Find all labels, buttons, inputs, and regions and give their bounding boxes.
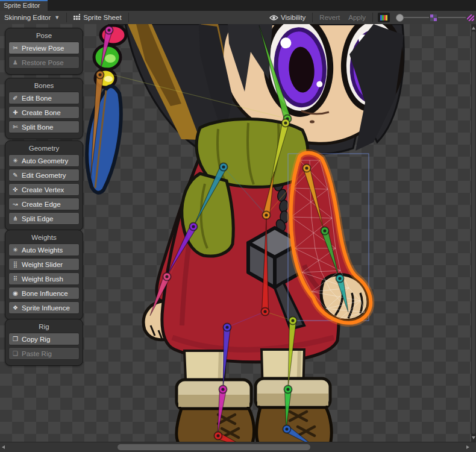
tool-group-bones: Bones✐Edit Bone✚Create Bone✄Split Bone bbox=[5, 78, 83, 139]
create-edge-button[interactable]: ↝Create Edge bbox=[8, 198, 80, 210]
tool-button-label: Preview Pose bbox=[22, 45, 64, 52]
tool-button-label: Paste Rig bbox=[22, 350, 52, 357]
preview-pose-icon: ✂ bbox=[11, 45, 19, 51]
tool-group-title: Weights bbox=[5, 234, 83, 241]
character-sprite bbox=[87, 24, 406, 442]
vertical-scrollbar[interactable] bbox=[471, 24, 476, 442]
split-bone-icon: ✄ bbox=[11, 124, 19, 130]
tool-group-title: Pose bbox=[5, 32, 83, 39]
tool-button-label: Auto Weights bbox=[22, 246, 63, 254]
copy-rig-button[interactable]: ❐Copy Rig bbox=[8, 333, 80, 345]
sprite-opacity-icon bbox=[430, 14, 437, 21]
sprite-influence-icon: ❖ bbox=[11, 304, 19, 311]
visibility-label: Visibility bbox=[281, 14, 305, 21]
tool-button-label: Split Bone bbox=[22, 124, 53, 131]
sprite-opacity-slider-knob[interactable] bbox=[396, 14, 404, 22]
tab-sprite-editor[interactable]: Sprite Editor bbox=[0, 0, 48, 11]
weight-slider-icon: ⣿ bbox=[11, 261, 19, 268]
scroll-up-icon[interactable] bbox=[472, 27, 475, 30]
color-bars-icon bbox=[380, 15, 387, 20]
create-bone-button[interactable]: ✚Create Bone bbox=[8, 106, 80, 119]
tool-button-label: Copy Rig bbox=[22, 336, 50, 343]
auto-geometry-icon: ✳ bbox=[11, 157, 19, 164]
tool-button-label: Weight Slider bbox=[22, 261, 63, 268]
tool-group-title: Geometry bbox=[5, 145, 83, 152]
toolbar-separator bbox=[66, 13, 67, 22]
bone-color-palette-button[interactable] bbox=[378, 13, 390, 22]
eye-icon bbox=[269, 14, 278, 21]
tool-button-label: Auto Geometry bbox=[22, 157, 68, 165]
scroll-down-icon[interactable] bbox=[472, 436, 475, 439]
split-edge-icon: ⋔ bbox=[11, 215, 19, 222]
auto-weights-button[interactable]: ✳Auto Weights bbox=[8, 243, 80, 256]
visibility-button[interactable]: Visibility bbox=[265, 11, 310, 24]
scroll-right-icon[interactable] bbox=[466, 445, 469, 449]
create-bone-icon: ✚ bbox=[11, 109, 19, 116]
weight-brush-icon: ⠿ bbox=[11, 275, 19, 282]
edit-bone-icon: ✐ bbox=[11, 95, 19, 101]
tool-button-label: Sprite Influence bbox=[22, 304, 70, 312]
weight-slider-button[interactable]: ⣿Weight Slider bbox=[8, 258, 80, 271]
horizontal-scrollbar[interactable] bbox=[0, 442, 476, 452]
restore-pose-button[interactable]: ♟Restore Pose bbox=[8, 56, 80, 69]
split-edge-button[interactable]: ⋔Split Edge bbox=[8, 212, 80, 225]
tool-group-rig: Rig❐Copy Rig❏Paste Rig bbox=[5, 319, 83, 366]
split-bone-button[interactable]: ✄Split Bone bbox=[8, 121, 80, 133]
tool-button-label: Restore Pose bbox=[22, 59, 64, 66]
chevron-down-icon: ▼ bbox=[54, 14, 60, 20]
edit-geometry-icon: ✎ bbox=[11, 172, 19, 178]
toolbar-separator bbox=[312, 13, 313, 22]
bone-influence-icon: ◉ bbox=[11, 290, 19, 297]
mode-dropdown[interactable]: Skinning Editor ▼ bbox=[0, 11, 64, 24]
create-vertex-button[interactable]: ✜Create Vertex bbox=[8, 183, 80, 196]
tool-button-label: Split Edge bbox=[22, 215, 53, 222]
tool-group-title: Bones bbox=[5, 82, 83, 89]
scroll-left-icon[interactable] bbox=[2, 445, 5, 449]
edit-bone-button[interactable]: ✐Edit Bone bbox=[8, 92, 80, 104]
tool-button-label: Create Bone bbox=[22, 109, 61, 116]
tab-bar: Sprite Editor bbox=[0, 0, 476, 11]
toolbar-separator bbox=[128, 13, 129, 22]
vertical-scrollbar-thumb[interactable] bbox=[472, 31, 475, 434]
create-edge-icon: ↝ bbox=[11, 201, 19, 207]
sprite-opacity-slider-track[interactable] bbox=[404, 17, 429, 18]
toolbar: Skinning Editor ▼ Sprite Sheet Visibili bbox=[0, 11, 476, 25]
tool-button-label: Create Vertex bbox=[22, 186, 64, 193]
weight-brush-button[interactable]: ⠿Weight Brush bbox=[8, 272, 80, 285]
sprite-sheet-button[interactable]: Sprite Sheet bbox=[69, 11, 125, 24]
preview-pose-button[interactable]: ✂Preview Pose bbox=[8, 42, 80, 54]
weight-opacity-slider-track[interactable] bbox=[438, 17, 466, 18]
tool-button-label: Create Edge bbox=[22, 201, 61, 208]
revert-button[interactable]: Revert bbox=[315, 11, 344, 24]
tool-button-label: Edit Geometry bbox=[22, 172, 66, 179]
paste-rig-button[interactable]: ❏Paste Rig bbox=[8, 347, 80, 360]
tool-button-label: Edit Bone bbox=[22, 95, 52, 102]
auto-geometry-button[interactable]: ✳Auto Geometry bbox=[8, 154, 80, 167]
sprite-sheet-label: Sprite Sheet bbox=[83, 14, 121, 21]
sprite-influence-button[interactable]: ❖Sprite Influence bbox=[8, 301, 80, 314]
horizontal-scrollbar-thumb[interactable] bbox=[117, 444, 310, 450]
edit-geometry-button[interactable]: ✎Edit Geometry bbox=[8, 169, 80, 181]
tool-button-label: Bone Influence bbox=[22, 290, 68, 297]
tool-group-title: Rig bbox=[5, 323, 83, 330]
create-vertex-icon: ✜ bbox=[11, 186, 19, 193]
paste-rig-icon: ❏ bbox=[11, 350, 19, 357]
bone-influence-button[interactable]: ◉Bone Influence bbox=[8, 287, 80, 300]
tool-group-geometry: Geometry✳Auto Geometry✎Edit Geometry✜Cre… bbox=[5, 140, 83, 231]
apply-button[interactable]: Apply bbox=[344, 11, 370, 24]
toolbar-separator bbox=[372, 13, 373, 22]
tool-group-weights: Weights✳Auto Weights⣿Weight Slider⠿Weigh… bbox=[5, 230, 83, 320]
sprite-editor-window: { "window": { "tab_label": "Sprite Edito… bbox=[0, 0, 476, 452]
auto-weights-icon: ✳ bbox=[11, 246, 19, 253]
weight-opacity-icon bbox=[467, 14, 474, 21]
sprite-sheet-grid-icon bbox=[74, 14, 81, 21]
copy-rig-icon: ❐ bbox=[11, 336, 19, 342]
mode-dropdown-label: Skinning Editor bbox=[4, 14, 51, 21]
tool-group-pose: Pose✂Preview Pose♟Restore Pose bbox=[5, 28, 83, 75]
tool-button-label: Weight Brush bbox=[22, 275, 63, 283]
restore-pose-icon: ♟ bbox=[11, 59, 19, 66]
